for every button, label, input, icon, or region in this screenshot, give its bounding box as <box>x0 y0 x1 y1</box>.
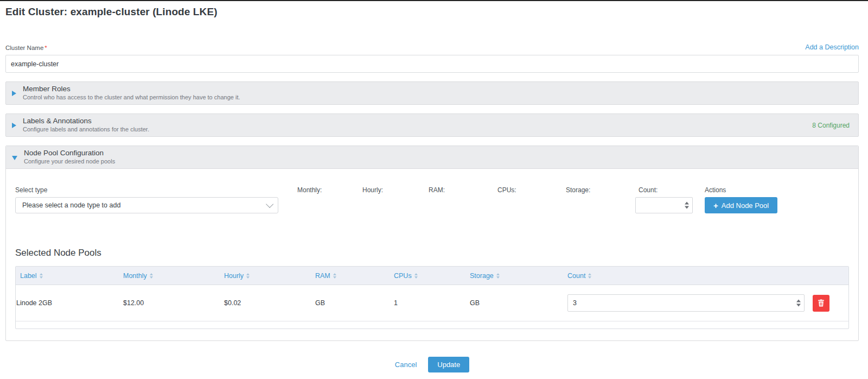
storage-label: Storage: <box>566 186 590 194</box>
labels-annotations-title: Labels & Annotations <box>23 117 149 126</box>
column-header-ram[interactable]: RAM <box>311 272 390 280</box>
column-header-cpus[interactable]: CPUs <box>390 272 465 280</box>
pool-hourly-cell: $0.02 <box>220 299 311 307</box>
pool-count-stepper <box>567 294 805 312</box>
select-type-label: Select type <box>15 186 278 194</box>
cluster-name-row: Cluster Name* Add a Description <box>5 43 859 51</box>
table-row: Linode 2GB $12.00 $0.02 GB 1 GB <box>16 285 848 321</box>
node-pool-configuration-section: Node Pool Configuration Configure your d… <box>5 146 859 341</box>
sort-icon <box>588 273 591 279</box>
column-header-count[interactable]: Count <box>563 272 848 280</box>
add-node-pool-form: Select type Please select a node type to… <box>15 186 849 221</box>
plus-icon: + <box>713 201 718 210</box>
delete-pool-button[interactable] <box>813 295 829 312</box>
pool-monthly-cell: $12.00 <box>119 299 220 307</box>
node-pool-section-header[interactable]: Node Pool Configuration Configure your d… <box>6 146 858 169</box>
node-pool-subtitle: Configure your desired node pools <box>24 158 115 166</box>
column-header-storage[interactable]: Storage <box>465 272 563 280</box>
update-button[interactable]: Update <box>428 357 469 372</box>
form-footer: Cancel Update <box>5 357 859 372</box>
pool-cpus-cell: 1 <box>390 299 465 307</box>
count-stepper <box>635 197 693 213</box>
sort-icon <box>496 273 500 279</box>
labels-annotations-section-header[interactable]: Labels & Annotations Configure labels an… <box>5 113 859 137</box>
chevron-right-icon <box>12 91 16 96</box>
actions-label: Actions <box>705 186 777 194</box>
table-footer-empty-row <box>16 321 848 329</box>
count-label: Count: <box>635 186 693 194</box>
cpus-column-label-cell: CPUs: <box>497 186 516 197</box>
pool-label-cell: Linode 2GB <box>16 299 119 307</box>
sort-icon <box>333 273 336 279</box>
column-header-hourly[interactable]: Hourly <box>220 272 311 280</box>
selected-node-pools-heading: Selected Node Pools <box>15 248 849 258</box>
node-pool-title: Node Pool Configuration <box>24 149 115 158</box>
node-type-select-value: Please select a node type to add <box>22 201 120 209</box>
member-roles-subtitle: Control who has access to the cluster an… <box>23 94 240 102</box>
sort-icon <box>246 273 250 279</box>
node-pools-table: Label Monthly Hourly RAM CPUs Storage Co… <box>15 266 849 329</box>
stepper-arrows-icon[interactable] <box>685 202 689 209</box>
pool-count-cell <box>563 294 848 312</box>
select-type-field: Select type Please select a node type to… <box>15 186 278 213</box>
count-field: Count: <box>635 186 693 213</box>
member-roles-section-header[interactable]: Member Roles Control who has access to t… <box>5 81 859 105</box>
pool-ram-cell: GB <box>311 299 390 307</box>
actions-field: Actions +Add Node Pool <box>705 186 777 213</box>
add-node-pool-button[interactable]: +Add Node Pool <box>705 197 777 213</box>
sort-icon <box>40 273 43 279</box>
monthly-column-label-cell: Monthly: <box>297 186 322 197</box>
window-top-edge <box>0 0 868 1</box>
storage-column-label-cell: Storage: <box>566 186 590 197</box>
chevron-right-icon <box>12 123 16 128</box>
required-asterisk: * <box>44 45 47 51</box>
trash-icon <box>818 299 825 307</box>
cluster-name-label: Cluster Name* <box>5 45 47 51</box>
hourly-column-label-cell: Hourly: <box>362 186 383 197</box>
labels-annotations-subtitle: Configure labels and annotations for the… <box>23 126 149 134</box>
member-roles-title: Member Roles <box>23 85 240 94</box>
configured-count-badge: 8 Configured <box>812 122 850 129</box>
column-header-monthly[interactable]: Monthly <box>119 272 220 280</box>
table-header-row: Label Monthly Hourly RAM CPUs Storage Co… <box>16 267 848 285</box>
pool-storage-cell: GB <box>465 299 563 307</box>
sort-icon <box>414 273 418 279</box>
node-type-select[interactable]: Please select a node type to add <box>15 197 278 213</box>
ram-column-label-cell: RAM: <box>429 186 445 197</box>
edit-cluster-page: Edit Cluster: example-cluster (Linode LK… <box>0 6 868 372</box>
cpus-label: CPUs: <box>497 186 516 194</box>
cluster-name-input[interactable] <box>5 55 859 73</box>
pool-count-input[interactable] <box>567 294 805 312</box>
page-title: Edit Cluster: example-cluster (Linode LK… <box>5 6 859 18</box>
hourly-label: Hourly: <box>362 186 383 194</box>
column-header-label[interactable]: Label <box>16 272 119 280</box>
chevron-down-icon <box>12 156 17 160</box>
cancel-button[interactable]: Cancel <box>395 361 417 369</box>
ram-label: RAM: <box>429 186 445 194</box>
chevron-down-icon <box>266 200 273 208</box>
add-description-link[interactable]: Add a Description <box>805 43 859 51</box>
sort-icon <box>150 273 153 279</box>
stepper-arrows-icon[interactable] <box>796 300 801 307</box>
monthly-label: Monthly: <box>297 186 322 194</box>
